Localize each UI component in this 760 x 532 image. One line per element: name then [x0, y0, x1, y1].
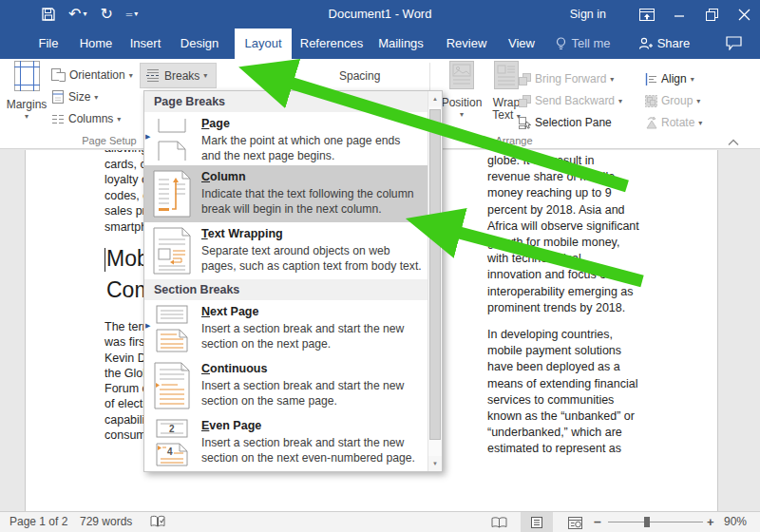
size-icon [51, 90, 65, 104]
share-person-icon [638, 37, 653, 50]
bring-forward-icon [519, 73, 531, 86]
title-bar: ↶▾ ↻ ═▾ Document1 - Word Sign in [0, 0, 760, 28]
menu-section-header-page-breaks: Page Breaks [144, 91, 428, 112]
breaks-icon [145, 68, 161, 83]
zoom-slider-track[interactable] [608, 522, 703, 522]
zoom-level[interactable]: 90% [724, 512, 747, 532]
columns-button[interactable]: Columns▾ [51, 111, 121, 126]
read-mode-view-button[interactable] [483, 512, 515, 532]
menu-item-page-break[interactable]: Page Mark the point at which one page en… [144, 112, 428, 165]
proofing-status-icon[interactable] [150, 515, 165, 532]
word-count[interactable]: 729 words [80, 512, 132, 532]
sign-in-link[interactable]: Sign in [570, 8, 606, 21]
column-break-icon [153, 170, 191, 218]
menu-scrollbar[interactable]: ▲ ▼ [428, 91, 442, 471]
tab-view[interactable]: View [501, 28, 542, 59]
group-button[interactable]: Group▾ [645, 93, 700, 108]
lightbulb-icon [556, 37, 566, 51]
comments-icon[interactable] [714, 28, 752, 59]
selection-pane-icon [519, 117, 531, 129]
close-button[interactable] [728, 0, 760, 28]
arrange-group-label: Arrange [473, 135, 555, 146]
selection-pane-button[interactable]: Selection Pane [519, 115, 612, 130]
group-icon [645, 95, 657, 107]
bring-forward-button[interactable]: Bring Forward▾ [519, 71, 614, 86]
size-button[interactable]: Size▾ [51, 89, 98, 104]
page-break-icon [153, 117, 191, 164]
align-icon [645, 73, 657, 86]
position-icon [449, 61, 474, 89]
zoom-in-button[interactable]: + [707, 512, 714, 532]
margins-icon [14, 61, 40, 91]
scrollbar-thumb[interactable] [429, 109, 441, 440]
menu-item-text-wrapping-break[interactable]: Text Wrapping Separate text around objec… [144, 222, 428, 279]
menu-item-next-page-break[interactable]: Next Page Insert a section break and sta… [144, 300, 428, 357]
menu-item-continuous-break[interactable]: Continuous Insert a section break and st… [144, 357, 428, 414]
align-button[interactable]: Align▾ [645, 71, 694, 86]
collapse-ribbon-icon[interactable] [728, 133, 747, 146]
ribbon-tab-row: File Home Insert Design Layout Reference… [0, 28, 760, 59]
tab-insert[interactable]: Insert [124, 28, 167, 59]
margins-button[interactable]: Margins ▾ [6, 61, 48, 145]
text-wrapping-break-icon [153, 227, 191, 275]
wrap-text-icon [494, 61, 519, 89]
orientation-button[interactable]: Orientation▾ [51, 67, 133, 83]
break-position-marker-icon: ▶ [145, 322, 150, 330]
doc-right-column-paragraph-1: globe. It will result in revenue share o… [487, 153, 639, 316]
web-layout-view-button[interactable] [559, 512, 591, 532]
tab-mailings[interactable]: Mailings [371, 28, 430, 59]
zoom-slider-thumb[interactable] [644, 517, 650, 527]
send-backward-button[interactable]: Send Backward▾ [519, 93, 622, 108]
doc-right-column-paragraph-2: In developing countries, mobile payment … [487, 327, 637, 458]
share-button[interactable]: Share [633, 28, 695, 59]
text-cursor [104, 248, 105, 272]
chevron-down-icon: ▾ [441, 110, 483, 119]
zoom-out-button[interactable]: – [594, 512, 601, 532]
scroll-up-icon[interactable]: ▲ [428, 91, 442, 106]
tab-layout[interactable]: Layout [235, 28, 292, 59]
print-layout-view-button[interactable] [521, 512, 553, 532]
menu-item-column-break[interactable]: Column Indicate that the text following … [144, 165, 428, 222]
breaks-dropdown-menu: Page Breaks Page Mark the point at which… [143, 90, 443, 472]
position-button[interactable]: Position ▾ [441, 61, 483, 145]
columns-icon [51, 113, 65, 125]
rotate-button[interactable]: Rotate▾ [645, 115, 702, 130]
orientation-icon [51, 68, 66, 82]
send-backward-icon [519, 95, 531, 107]
even-page-break-icon: 24 [153, 419, 191, 466]
doc-left-column-text-top: allowing cards, c loyalty c codes, c sal… [104, 150, 149, 235]
chevron-down-icon: ▾ [6, 112, 48, 121]
indent-label-partial: ndent [256, 69, 285, 83]
tab-references[interactable]: References [297, 28, 366, 59]
menu-item-even-page-break[interactable]: 24 Even Page Insert a section break and … [144, 414, 428, 471]
tab-design[interactable]: Design [175, 28, 224, 59]
tab-file[interactable]: File [27, 28, 70, 59]
spacing-label: Spacing [339, 69, 380, 83]
menu-section-header-section-breaks: Section Breaks [144, 279, 428, 300]
restore-button[interactable] [695, 0, 728, 28]
svg-text:4: 4 [167, 446, 173, 457]
breaks-button[interactable]: Breaks▾ [140, 63, 217, 88]
tab-review[interactable]: Review [440, 28, 493, 59]
rotate-icon [645, 117, 657, 129]
next-page-break-icon [153, 305, 191, 352]
minimize-button[interactable] [663, 0, 695, 28]
svg-text:2: 2 [169, 424, 175, 434]
break-position-marker-icon: ▶ [145, 133, 150, 141]
word-application-window: ↶▾ ↻ ═▾ Document1 - Word Sign in File Ho… [0, 0, 760, 532]
scroll-down-icon[interactable]: ▼ [428, 456, 442, 471]
page-indicator[interactable]: Page 1 of 2 [10, 512, 67, 532]
tell-me-box[interactable]: Tell me [549, 28, 618, 59]
status-bar: Page 1 of 2 729 words – + 90% [0, 511, 760, 532]
tab-home[interactable]: Home [74, 28, 118, 59]
ribbon-display-options-icon[interactable] [631, 0, 663, 28]
continuous-break-icon [153, 362, 191, 409]
page-setup-group-label: Page Setup [68, 135, 150, 146]
